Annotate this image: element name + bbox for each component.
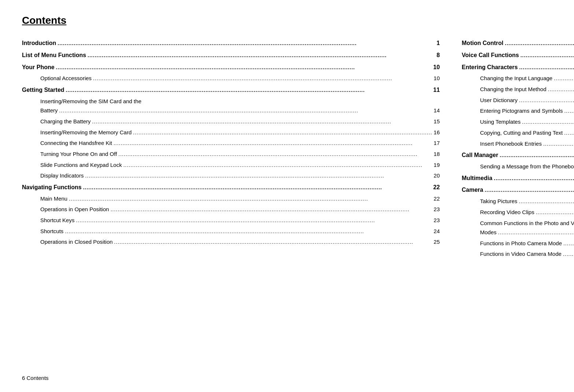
toc-page: 24 bbox=[434, 227, 440, 235]
toc-dots bbox=[114, 238, 432, 247]
toc-label: Connecting the Handsfree Kit bbox=[40, 139, 112, 147]
toc-page: 8 bbox=[437, 51, 440, 60]
toc-dots bbox=[133, 128, 432, 137]
toc-entry: Multimedia45 bbox=[462, 174, 574, 184]
toc-entry: Navigating Functions22 bbox=[22, 183, 440, 194]
toc-label: Navigating Functions bbox=[22, 183, 82, 192]
toc-label: Display Indicators bbox=[40, 171, 84, 180]
toc-label: Operations in Closed Position bbox=[40, 238, 113, 246]
toc-label: Inserting/Removing the SIM Card and the bbox=[40, 97, 141, 105]
toc-entry: Motion Control26 bbox=[462, 39, 574, 49]
toc-label: Camera bbox=[462, 186, 484, 195]
toc-dots bbox=[498, 228, 574, 237]
toc-label: Your Phone bbox=[22, 63, 55, 72]
toc-label: List of Menu Functions bbox=[22, 51, 86, 60]
toc-label: Battery bbox=[40, 106, 58, 115]
toc-entry: Using Templates38 bbox=[462, 117, 574, 128]
toc-entry: Insert Phonebook Entries38 bbox=[462, 139, 574, 150]
toc-dots bbox=[76, 216, 432, 225]
toc-entry: User Dictionary36 bbox=[462, 96, 574, 106]
toc-label: Functions in Video Camera Mode bbox=[480, 250, 562, 258]
toc-dots bbox=[123, 161, 432, 170]
toc-label: Changing the Input Method bbox=[480, 85, 547, 93]
toc-label: Entering Characters bbox=[462, 63, 518, 72]
toc-label: Motion Control bbox=[462, 39, 504, 48]
toc-dots bbox=[92, 117, 432, 126]
toc-label: Taking Pictures bbox=[480, 197, 518, 205]
toc-dots bbox=[548, 85, 574, 94]
toc-entry: Connecting the Handsfree Kit17 bbox=[22, 139, 440, 149]
toc-label: Shortcuts bbox=[40, 227, 63, 235]
toc-page: 10 bbox=[434, 74, 440, 82]
toc-entry: Shortcuts24 bbox=[22, 227, 440, 237]
toc-entry: Operations in Open Position23 bbox=[22, 205, 440, 215]
toc-dots bbox=[59, 106, 432, 115]
toc-dots bbox=[521, 51, 574, 60]
toc-page: 23 bbox=[434, 205, 440, 213]
toc-dots bbox=[519, 63, 574, 72]
toc-entry: Shortcut Keys23 bbox=[22, 216, 440, 226]
toc-entry: Battery14 bbox=[22, 106, 440, 116]
toc-dots bbox=[93, 74, 432, 83]
page-title: Contents bbox=[22, 15, 552, 26]
toc-label: Multimedia bbox=[462, 174, 493, 183]
toc-entry: Call Manager39 bbox=[462, 151, 574, 161]
toc-dots bbox=[118, 150, 432, 159]
toc-label: Insert Phonebook Entries bbox=[480, 139, 542, 148]
toc-label: Charging the Battery bbox=[40, 117, 91, 126]
toc-entry: Changing the Input Method33 bbox=[462, 85, 574, 95]
toc-dots bbox=[88, 51, 435, 60]
toc-dots bbox=[505, 39, 574, 48]
toc-page: 22 bbox=[433, 183, 440, 192]
toc-page: 1 bbox=[437, 39, 440, 48]
toc-entry: Copying, Cutting and Pasting Text38 bbox=[462, 128, 574, 139]
toc-page: 16 bbox=[434, 128, 440, 137]
toc-entry: Inserting/Removing the Memory Card16 bbox=[22, 128, 440, 138]
toc-dots bbox=[56, 63, 432, 72]
toc-entry: Inserting/Removing the SIM Card and the bbox=[22, 97, 440, 105]
toc-dots bbox=[563, 239, 574, 248]
toc-page: 19 bbox=[434, 161, 440, 169]
toc-entry: Display Indicators20 bbox=[22, 171, 440, 182]
toc-entry: Introduction1 bbox=[22, 39, 440, 49]
toc-label: Voice Call Functions bbox=[462, 51, 519, 60]
toc-entry: Main Menu22 bbox=[22, 194, 440, 205]
toc-dots bbox=[522, 117, 574, 127]
toc-entry: Common Functions in the Photo and Video … bbox=[462, 219, 574, 227]
toc-dots bbox=[563, 250, 574, 259]
toc-label: Turning Your Phone On and Off bbox=[40, 150, 117, 158]
toc-entry: Changing the Input Language33 bbox=[462, 74, 574, 84]
toc-page: 23 bbox=[434, 216, 440, 224]
toc-container: Introduction1List of Menu Functions8Your… bbox=[22, 37, 552, 261]
toc-entry: Camera49 bbox=[462, 186, 574, 196]
toc-dots bbox=[485, 186, 574, 195]
toc-dots bbox=[85, 171, 432, 180]
left-column: Introduction1List of Menu Functions8Your… bbox=[22, 37, 440, 261]
toc-label: Slide Functions and Keypad Lock bbox=[40, 161, 122, 169]
toc-dots bbox=[519, 197, 574, 206]
toc-page: 15 bbox=[434, 117, 440, 126]
toc-label: Common Functions in the Photo and Video … bbox=[480, 219, 574, 227]
toc-entry: Turning Your Phone On and Off18 bbox=[22, 150, 440, 160]
toc-page: 22 bbox=[434, 194, 440, 203]
toc-dots bbox=[494, 174, 574, 183]
toc-label: Introduction bbox=[22, 39, 56, 48]
toc-label: Sending a Message from the Phonebook bbox=[480, 162, 574, 171]
footer: 6 Contents bbox=[22, 375, 49, 381]
toc-dots bbox=[564, 128, 574, 138]
toc-dots bbox=[69, 194, 432, 204]
toc-dots bbox=[543, 139, 574, 149]
toc-label: Main Menu bbox=[40, 194, 67, 203]
toc-dots bbox=[554, 74, 574, 83]
toc-entry: Sending a Message from the Phonebook40 bbox=[462, 162, 574, 172]
toc-page: 10 bbox=[433, 63, 440, 72]
toc-entry: List of Menu Functions8 bbox=[22, 51, 440, 61]
toc-page: 14 bbox=[434, 106, 440, 115]
toc-label: Call Manager bbox=[462, 151, 499, 160]
toc-page: 25 bbox=[434, 238, 440, 246]
toc-dots bbox=[114, 139, 432, 148]
toc-entry: Voice Call Functions29 bbox=[462, 51, 574, 61]
toc-entry: Modes49 bbox=[462, 228, 574, 238]
toc-page: 17 bbox=[434, 139, 440, 147]
toc-entry: Entering Characters33 bbox=[462, 63, 574, 74]
